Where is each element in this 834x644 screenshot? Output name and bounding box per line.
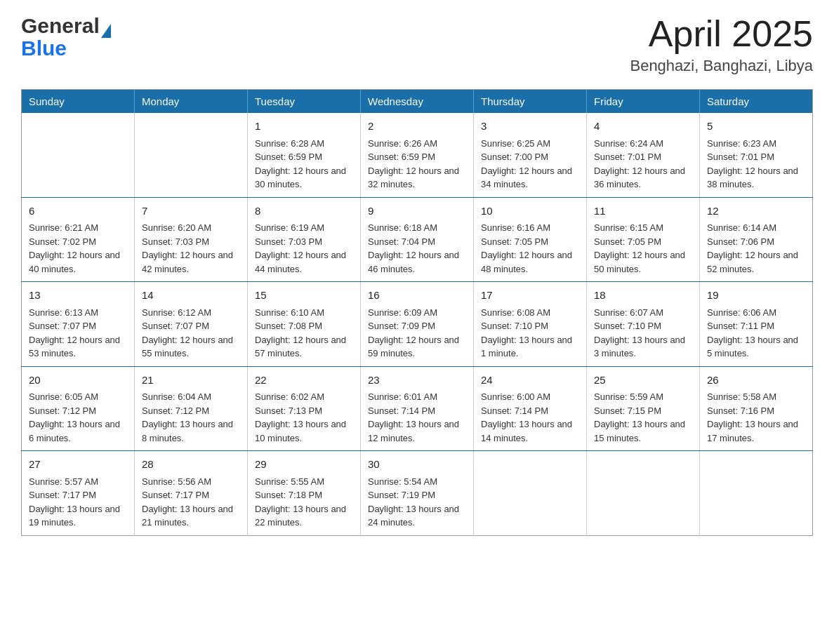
daylight-text: Daylight: 13 hours and 3 minutes. xyxy=(594,333,692,361)
sunset-text: Sunset: 7:14 PM xyxy=(481,404,579,418)
sunrise-text: Sunrise: 6:09 AM xyxy=(368,306,466,320)
calendar-cell: 20Sunrise: 6:05 AMSunset: 7:12 PMDayligh… xyxy=(22,366,135,451)
daylight-text: Daylight: 13 hours and 21 minutes. xyxy=(142,502,240,530)
calendar-table: SundayMondayTuesdayWednesdayThursdayFrid… xyxy=(21,89,813,536)
sunrise-text: Sunrise: 6:02 AM xyxy=(255,390,353,404)
sunrise-text: Sunrise: 6:05 AM xyxy=(29,390,127,404)
daylight-text: Daylight: 12 hours and 53 minutes. xyxy=(29,333,127,361)
day-number: 3 xyxy=(481,119,579,135)
calendar-header-row: SundayMondayTuesdayWednesdayThursdayFrid… xyxy=(22,90,813,114)
day-number: 1 xyxy=(255,119,353,135)
calendar-cell: 28Sunrise: 5:56 AMSunset: 7:17 PMDayligh… xyxy=(135,451,248,536)
sunrise-text: Sunrise: 6:10 AM xyxy=(255,306,353,320)
day-number: 22 xyxy=(255,373,353,389)
day-number: 13 xyxy=(29,288,127,304)
calendar-cell: 11Sunrise: 6:15 AMSunset: 7:05 PMDayligh… xyxy=(587,197,700,282)
daylight-text: Daylight: 12 hours and 30 minutes. xyxy=(255,164,353,192)
sunrise-text: Sunrise: 5:56 AM xyxy=(142,475,240,489)
daylight-text: Daylight: 13 hours and 1 minute. xyxy=(481,333,579,361)
day-number: 24 xyxy=(481,373,579,389)
page-header: General Blue April 2025 Benghazi, Bangha… xyxy=(21,14,813,75)
calendar-cell: 26Sunrise: 5:58 AMSunset: 7:16 PMDayligh… xyxy=(700,366,813,451)
sunset-text: Sunset: 7:05 PM xyxy=(481,235,579,249)
sunset-text: Sunset: 7:16 PM xyxy=(707,404,805,418)
sunset-text: Sunset: 7:18 PM xyxy=(255,488,353,502)
week-row-3: 13Sunrise: 6:13 AMSunset: 7:07 PMDayligh… xyxy=(22,282,813,367)
logo-triangle-icon xyxy=(101,24,111,38)
week-row-1: 1Sunrise: 6:28 AMSunset: 6:59 PMDaylight… xyxy=(22,113,813,197)
day-number: 25 xyxy=(594,373,692,389)
day-number: 6 xyxy=(29,203,127,220)
calendar-cell xyxy=(700,451,813,536)
sunrise-text: Sunrise: 5:59 AM xyxy=(594,390,692,404)
sunset-text: Sunset: 7:09 PM xyxy=(368,319,466,333)
daylight-text: Daylight: 13 hours and 15 minutes. xyxy=(594,417,692,445)
header-sunday: Sunday xyxy=(22,90,135,114)
sunset-text: Sunset: 7:00 PM xyxy=(481,150,579,164)
day-number: 27 xyxy=(29,457,127,473)
day-number: 5 xyxy=(707,119,805,135)
day-number: 30 xyxy=(368,457,466,473)
calendar-cell xyxy=(135,113,248,197)
sunset-text: Sunset: 7:05 PM xyxy=(594,235,692,249)
week-row-2: 6Sunrise: 6:21 AMSunset: 7:02 PMDaylight… xyxy=(22,197,813,282)
calendar-cell: 2Sunrise: 6:26 AMSunset: 6:59 PMDaylight… xyxy=(361,113,474,197)
daylight-text: Daylight: 12 hours and 55 minutes. xyxy=(142,333,240,361)
day-number: 11 xyxy=(594,203,692,220)
logo-general-text: General xyxy=(21,14,100,38)
location-title: Benghazi, Banghazi, Libya xyxy=(630,57,813,75)
sunset-text: Sunset: 6:59 PM xyxy=(368,150,466,164)
sunrise-text: Sunrise: 6:06 AM xyxy=(707,306,805,320)
daylight-text: Daylight: 13 hours and 6 minutes. xyxy=(29,417,127,445)
month-title: April 2025 xyxy=(630,14,813,54)
daylight-text: Daylight: 13 hours and 22 minutes. xyxy=(255,502,353,530)
sunrise-text: Sunrise: 5:55 AM xyxy=(255,475,353,489)
day-number: 2 xyxy=(368,119,466,135)
calendar-cell: 25Sunrise: 5:59 AMSunset: 7:15 PMDayligh… xyxy=(587,366,700,451)
calendar-cell: 1Sunrise: 6:28 AMSunset: 6:59 PMDaylight… xyxy=(248,113,361,197)
sunrise-text: Sunrise: 6:21 AM xyxy=(29,221,127,235)
calendar-cell: 22Sunrise: 6:02 AMSunset: 7:13 PMDayligh… xyxy=(248,366,361,451)
day-number: 17 xyxy=(481,288,579,304)
day-number: 19 xyxy=(707,288,805,304)
sunset-text: Sunset: 7:01 PM xyxy=(707,150,805,164)
day-number: 9 xyxy=(368,203,466,220)
daylight-text: Daylight: 12 hours and 36 minutes. xyxy=(594,164,692,192)
day-number: 16 xyxy=(368,288,466,304)
sunset-text: Sunset: 7:14 PM xyxy=(368,404,466,418)
sunset-text: Sunset: 7:12 PM xyxy=(29,404,127,418)
sunrise-text: Sunrise: 6:04 AM xyxy=(142,390,240,404)
week-row-5: 27Sunrise: 5:57 AMSunset: 7:17 PMDayligh… xyxy=(22,451,813,536)
calendar-cell: 19Sunrise: 6:06 AMSunset: 7:11 PMDayligh… xyxy=(700,282,813,367)
daylight-text: Daylight: 12 hours and 38 minutes. xyxy=(707,164,805,192)
daylight-text: Daylight: 13 hours and 14 minutes. xyxy=(481,417,579,445)
calendar-cell: 7Sunrise: 6:20 AMSunset: 7:03 PMDaylight… xyxy=(135,197,248,282)
calendar-cell: 24Sunrise: 6:00 AMSunset: 7:14 PMDayligh… xyxy=(474,366,587,451)
day-number: 10 xyxy=(481,203,579,220)
sunrise-text: Sunrise: 6:20 AM xyxy=(142,221,240,235)
day-number: 20 xyxy=(29,373,127,389)
calendar-cell: 3Sunrise: 6:25 AMSunset: 7:00 PMDaylight… xyxy=(474,113,587,197)
day-number: 23 xyxy=(368,373,466,389)
day-number: 12 xyxy=(707,203,805,220)
header-monday: Monday xyxy=(135,90,248,114)
sunset-text: Sunset: 7:10 PM xyxy=(481,319,579,333)
daylight-text: Daylight: 12 hours and 46 minutes. xyxy=(368,248,466,276)
calendar-cell: 23Sunrise: 6:01 AMSunset: 7:14 PMDayligh… xyxy=(361,366,474,451)
sunset-text: Sunset: 7:19 PM xyxy=(368,488,466,502)
sunrise-text: Sunrise: 5:58 AM xyxy=(707,390,805,404)
daylight-text: Daylight: 13 hours and 10 minutes. xyxy=(255,417,353,445)
sunset-text: Sunset: 7:07 PM xyxy=(29,319,127,333)
sunrise-text: Sunrise: 6:14 AM xyxy=(707,221,805,235)
sunset-text: Sunset: 7:07 PM xyxy=(142,319,240,333)
sunrise-text: Sunrise: 6:07 AM xyxy=(594,306,692,320)
sunrise-text: Sunrise: 5:54 AM xyxy=(368,475,466,489)
calendar-cell: 6Sunrise: 6:21 AMSunset: 7:02 PMDaylight… xyxy=(22,197,135,282)
calendar-cell: 27Sunrise: 5:57 AMSunset: 7:17 PMDayligh… xyxy=(22,451,135,536)
daylight-text: Daylight: 12 hours and 48 minutes. xyxy=(481,248,579,276)
daylight-text: Daylight: 12 hours and 50 minutes. xyxy=(594,248,692,276)
calendar-cell: 17Sunrise: 6:08 AMSunset: 7:10 PMDayligh… xyxy=(474,282,587,367)
calendar-cell: 4Sunrise: 6:24 AMSunset: 7:01 PMDaylight… xyxy=(587,113,700,197)
daylight-text: Daylight: 13 hours and 5 minutes. xyxy=(707,333,805,361)
sunset-text: Sunset: 7:10 PM xyxy=(594,319,692,333)
